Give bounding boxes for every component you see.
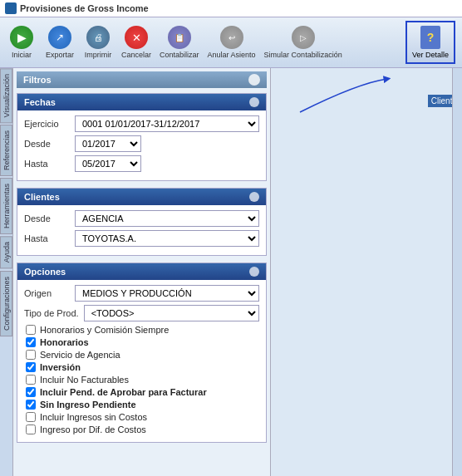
incluir-pend-row: Incluir Pend. de Aprobar para Facturar bbox=[24, 387, 259, 397]
clientes-content: Desde AGENCIA Hasta TOYOTAS.A. bbox=[17, 205, 266, 255]
cancelar-button[interactable]: ✕ Cancelar bbox=[121, 26, 151, 59]
honorarios-comision-label: Honorarios y Comisión Siempre bbox=[40, 325, 169, 335]
sidebar-item-referencias[interactable]: Referencias bbox=[0, 125, 12, 176]
ejercicio-label: Ejercicio bbox=[24, 119, 70, 129]
ejercicio-select[interactable]: 0001 01/01/2017-31/12/2017 bbox=[75, 115, 259, 132]
main-area: Visualización Referencias Herramientas A… bbox=[0, 68, 462, 476]
content-right: Cliente bbox=[271, 68, 462, 476]
filters-title-bar: Filtros bbox=[17, 71, 267, 88]
title-bar: Provisiones de Gross Income bbox=[0, 0, 462, 17]
imprimir-button[interactable]: 🖨 Imprimir bbox=[83, 26, 113, 59]
clientes-title: Clientes bbox=[24, 192, 60, 202]
hasta-fecha-label: Hasta bbox=[24, 159, 70, 169]
inversion-label: Inversión bbox=[40, 362, 81, 372]
arrow-annotation bbox=[288, 75, 396, 116]
desde-fecha-row: Desde 01/2017 bbox=[24, 135, 259, 152]
ver-detalle-icon bbox=[420, 26, 440, 49]
contabilizar-button[interactable]: 📋 Contabilizar bbox=[160, 26, 199, 59]
incluir-ingresos-sin-costos-label: Incluir Ingresos sin Costos bbox=[40, 412, 147, 422]
sidebar-left: Visualización Referencias Herramientas A… bbox=[0, 68, 13, 476]
ejercicio-row: Ejercicio 0001 01/01/2017-31/12/2017 bbox=[24, 115, 259, 132]
imprimir-icon: 🖨 bbox=[86, 26, 110, 49]
sidebar-item-visualizacion[interactable]: Visualización bbox=[0, 68, 12, 123]
desde-fecha-label: Desde bbox=[24, 139, 70, 149]
origen-select[interactable]: MEDIOS Y PRODUCCIÓN bbox=[75, 285, 259, 302]
ingreso-dif-costos-row: Ingreso por Dif. de Costos bbox=[24, 424, 259, 434]
exportar-label: Exportar bbox=[46, 51, 74, 59]
opciones-content: Origen MEDIOS Y PRODUCCIÓN Tipo de Prod.… bbox=[17, 280, 266, 442]
inversion-row: Inversión bbox=[24, 362, 259, 372]
hasta-fecha-select[interactable]: 05/2017 bbox=[75, 155, 141, 172]
sidebar-item-configuraciones[interactable]: Configuraciones bbox=[0, 271, 12, 336]
fechas-toggle[interactable] bbox=[249, 97, 259, 107]
servicio-agencia-row: Servicio de Agencia bbox=[24, 350, 259, 360]
fechas-content: Ejercicio 0001 01/01/2017-31/12/2017 Des… bbox=[17, 110, 266, 180]
incluir-ingresos-sin-costos-checkbox[interactable] bbox=[26, 412, 36, 422]
opciones-toggle[interactable] bbox=[249, 267, 259, 277]
opciones-header: Opciones bbox=[17, 263, 266, 280]
imprimir-label: Imprimir bbox=[85, 51, 112, 59]
sidebar-item-herramientas[interactable]: Herramientas bbox=[0, 178, 12, 234]
ver-detalle-button[interactable]: Ver Detalle bbox=[405, 21, 455, 64]
hasta-cliente-select[interactable]: TOYOTAS.A. bbox=[75, 230, 259, 247]
incluir-ingresos-sin-costos-row: Incluir Ingresos sin Costos bbox=[24, 412, 259, 422]
filters-title: Filtros bbox=[23, 75, 52, 85]
sin-ingreso-pendiente-label: Sin Ingreso Pendiente bbox=[40, 400, 136, 410]
honorarios-row: Honorarios bbox=[24, 337, 259, 347]
incluir-pend-checkbox[interactable] bbox=[26, 387, 36, 397]
origen-label: Origen bbox=[24, 288, 70, 298]
incluir-no-facturables-row: Incluir No Facturables bbox=[24, 375, 259, 385]
tipo-prod-row: Tipo de Prod. <TODOS> bbox=[24, 305, 259, 321]
fechas-title: Fechas bbox=[24, 97, 56, 107]
origen-row: Origen MEDIOS Y PRODUCCIÓN bbox=[24, 285, 259, 302]
honorarios-comision-row: Honorarios y Comisión Siempre bbox=[24, 325, 259, 335]
app-title: Provisiones de Gross Income bbox=[20, 3, 149, 13]
sin-ingreso-pendiente-checkbox[interactable] bbox=[26, 400, 36, 410]
anular-button[interactable]: ↩ Anular Asiento bbox=[208, 26, 256, 59]
honorarios-checkbox[interactable] bbox=[26, 337, 36, 347]
honorarios-comision-checkbox[interactable] bbox=[26, 325, 36, 335]
ingreso-dif-costos-checkbox[interactable] bbox=[26, 424, 36, 434]
exportar-button[interactable]: ↗ Exportar bbox=[45, 26, 75, 59]
desde-cliente-label: Desde bbox=[24, 213, 70, 223]
filters-panel: Filtros Fechas Ejercicio 0001 01/01/2017… bbox=[13, 68, 271, 476]
desde-cliente-row: Desde AGENCIA bbox=[24, 210, 259, 227]
servicio-agencia-checkbox[interactable] bbox=[26, 350, 36, 360]
iniciar-button[interactable]: ▶ Iniciar bbox=[7, 26, 37, 59]
sin-ingreso-pendiente-row: Sin Ingreso Pendiente bbox=[24, 400, 259, 410]
toolbar: ▶ Iniciar ↗ Exportar 🖨 Imprimir ✕ Cancel… bbox=[0, 17, 462, 68]
cancelar-icon: ✕ bbox=[125, 26, 148, 49]
incluir-pend-label: Incluir Pend. de Aprobar para Facturar bbox=[40, 387, 207, 397]
desde-cliente-select[interactable]: AGENCIA bbox=[75, 210, 259, 227]
simular-button[interactable]: ▷ Simular Contabilización bbox=[264, 26, 342, 59]
hasta-cliente-label: Hasta bbox=[24, 233, 70, 243]
iniciar-label: Iniciar bbox=[12, 51, 32, 59]
scrollbar[interactable] bbox=[452, 68, 462, 476]
ingreso-dif-costos-label: Ingreso por Dif. de Costos bbox=[40, 424, 146, 434]
tipo-prod-select[interactable]: <TODOS> bbox=[84, 305, 259, 321]
anular-icon: ↩ bbox=[220, 26, 243, 49]
contabilizar-icon: 📋 bbox=[168, 26, 191, 49]
exportar-icon: ↗ bbox=[48, 26, 71, 49]
opciones-section: Opciones Origen MEDIOS Y PRODUCCIÓN Tipo… bbox=[17, 263, 267, 443]
incluir-no-facturables-label: Incluir No Facturables bbox=[40, 375, 129, 385]
clientes-toggle[interactable] bbox=[249, 192, 259, 202]
clientes-section: Clientes Desde AGENCIA Hasta TOYOTAS.A. bbox=[17, 188, 267, 256]
hasta-fecha-row: Hasta 05/2017 bbox=[24, 155, 259, 172]
filter-toggle-icon bbox=[248, 74, 260, 86]
servicio-agencia-label: Servicio de Agencia bbox=[40, 350, 120, 360]
simular-icon: ▷ bbox=[292, 26, 315, 49]
incluir-no-facturables-checkbox[interactable] bbox=[26, 375, 36, 385]
app-icon bbox=[5, 2, 17, 14]
contabilizar-label: Contabilizar bbox=[160, 51, 199, 59]
cancelar-label: Cancelar bbox=[121, 51, 151, 59]
fechas-section: Fechas Ejercicio 0001 01/01/2017-31/12/2… bbox=[17, 93, 267, 181]
inversion-checkbox[interactable] bbox=[26, 362, 36, 372]
iniciar-icon: ▶ bbox=[10, 26, 33, 49]
clientes-header: Clientes bbox=[17, 189, 266, 205]
sidebar-item-ayuda[interactable]: Ayuda bbox=[0, 236, 12, 268]
desde-fecha-select[interactable]: 01/2017 bbox=[75, 135, 141, 152]
honorarios-label: Honorarios bbox=[40, 337, 89, 347]
ver-detalle-label: Ver Detalle bbox=[412, 51, 449, 59]
anular-label: Anular Asiento bbox=[208, 51, 256, 59]
